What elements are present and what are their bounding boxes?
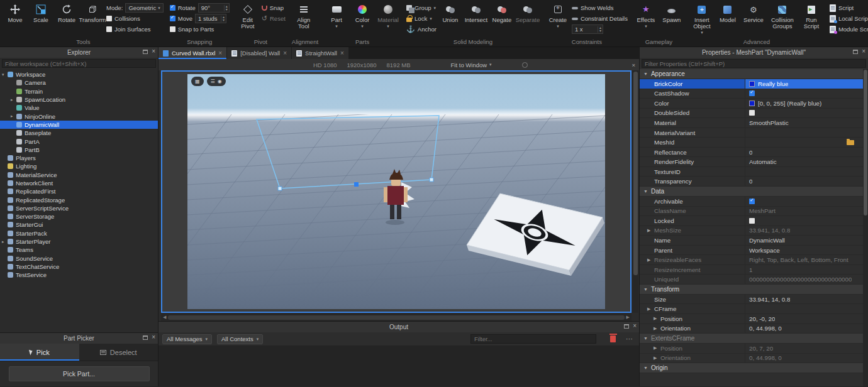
collisions-checkbox[interactable] <box>106 16 112 21</box>
property-row[interactable]: ▶ Size 33.941, 14, 0.8 <box>640 295 863 305</box>
property-value[interactable]: 20, 7, 20 <box>749 345 773 352</box>
deselect-tab[interactable]: Deselect <box>79 344 159 361</box>
property-value[interactable]: DynamicWall <box>749 237 785 244</box>
part-picker-header[interactable]: Part Picker × <box>0 333 158 344</box>
expand-arrow-icon[interactable]: ▶ <box>647 307 654 312</box>
expand-arrow-icon[interactable]: ▶ <box>647 258 654 263</box>
pick-tab[interactable]: Pick <box>0 344 79 361</box>
property-checkbox[interactable] <box>749 90 755 96</box>
pivot-reset-button[interactable]: ↺ Reset <box>262 14 286 23</box>
viewport-horizontal-scrollbar[interactable]: ◀ ▶ <box>161 313 632 321</box>
tree-item[interactable]: StarterPlayer <box>0 237 158 246</box>
section-header[interactable]: ▼ Origin <box>640 363 863 373</box>
document-tab[interactable]: Curved Wall.rbxl × <box>159 47 226 59</box>
property-value[interactable]: Right, Top, Back, Left, Bottom, Front <box>749 256 849 263</box>
close-icon[interactable]: × <box>218 50 222 57</box>
property-row[interactable]: ▶ DoubleSided <box>640 109 863 119</box>
output-log[interactable] <box>159 346 639 386</box>
property-row[interactable]: ▶ Name DynamicWall <box>640 236 863 246</box>
property-value[interactable]: 33.941, 14, 0.8 <box>749 296 790 303</box>
property-value[interactable]: MeshPart <box>749 207 776 214</box>
tree-item[interactable]: Camera <box>0 79 158 87</box>
create-constraint-button[interactable]: Create ▾ <box>546 1 570 38</box>
insert-object-button[interactable]: + Insert Object ▾ <box>690 1 714 38</box>
scale-tool-button[interactable]: Scale <box>29 1 53 38</box>
section-header[interactable]: ▼ Appearance <box>640 69 863 79</box>
tree-item[interactable]: NinjoOnline <box>0 112 158 120</box>
property-row[interactable]: ▶ MeshSize 33.941, 14, 0.8 <box>640 226 863 236</box>
collisions-toggle[interactable]: Collisions <box>106 14 164 23</box>
tree-item[interactable]: NetworkClient <box>0 179 158 187</box>
snap-move-checkbox[interactable] <box>170 16 175 21</box>
move-snap-stepper[interactable]: 1 studs ▴▾ <box>195 14 226 23</box>
constraint-scale-stepper[interactable]: 1 x ▴▾ <box>572 25 603 34</box>
property-row[interactable]: ▶ Position 20, 7, 20 <box>640 344 863 354</box>
effects-button[interactable]: ★ Effects ▾ <box>634 1 658 38</box>
message-filter-dropdown[interactable]: All Messages ▾ <box>162 334 212 344</box>
scroll-right-icon[interactable]: ▶ <box>626 315 630 320</box>
property-row[interactable]: ▶ Transparency 0 <box>640 177 863 187</box>
property-checkbox[interactable] <box>749 199 755 204</box>
expand-arrow-icon[interactable]: ▶ <box>654 326 660 331</box>
script-button[interactable]: Script <box>830 3 868 13</box>
tree-item[interactable]: Terrain <box>0 87 158 95</box>
property-value[interactable]: 0, 44.998, 0 <box>749 354 782 361</box>
property-row[interactable]: ▶ Archivable <box>640 197 863 207</box>
tree-item[interactable]: PartA <box>0 137 158 145</box>
close-icon[interactable]: × <box>632 62 635 68</box>
folder-icon[interactable] <box>847 140 854 145</box>
property-row[interactable]: ▶ TextureID <box>640 167 863 177</box>
property-row[interactable]: ▶ Orientation 0, 44.998, 0 <box>640 324 863 334</box>
section-header[interactable]: ▼ Data <box>640 187 863 197</box>
property-value[interactable]: 000000000000000000000000000000 <box>749 276 852 283</box>
edit-pivot-button[interactable]: Edit Pivot <box>236 1 260 38</box>
section-header[interactable]: ▼ Transform <box>640 285 863 295</box>
property-value[interactable]: 33.941, 14, 0.8 <box>749 227 790 234</box>
stepper-arrows-icon[interactable]: ▴▾ <box>598 26 603 33</box>
tree-item[interactable]: DynamicWall <box>0 121 158 129</box>
property-checkbox[interactable] <box>749 218 755 224</box>
explorer-filter-input[interactable] <box>2 59 156 68</box>
property-value[interactable]: SmoothPlastic <box>749 119 789 126</box>
collision-groups-button[interactable]: Collision Groups <box>767 1 798 38</box>
tree-item[interactable]: MaterialService <box>0 171 158 179</box>
scroll-left-icon[interactable]: ◀ <box>163 315 166 320</box>
property-row[interactable]: ▶ UniqueId 00000000000000000000000000000… <box>640 275 863 285</box>
service-button[interactable]: ⚙ Service <box>742 1 765 38</box>
expand-arrow-icon[interactable]: ▶ <box>654 346 660 351</box>
snap-to-parts-toggle[interactable]: Snap to Parts <box>170 25 230 34</box>
tree-item[interactable]: TextChatService <box>0 263 158 271</box>
viewport-grid-button[interactable]: ▦ <box>191 77 204 86</box>
close-icon[interactable]: × <box>633 323 637 329</box>
group-button[interactable]: Group ▾ <box>406 3 437 13</box>
tree-item[interactable]: Workspace <box>0 70 158 79</box>
document-tab[interactable]: StraightWall × <box>292 47 348 59</box>
more-options-icon[interactable]: ⋯ <box>626 335 633 343</box>
close-icon[interactable]: × <box>152 334 155 341</box>
pivot-snap-button[interactable]: Snap <box>262 3 286 13</box>
output-filter-input[interactable] <box>470 334 596 344</box>
property-value[interactable]: Workspace <box>749 247 780 254</box>
pick-part-button[interactable]: Pick Part... <box>9 366 150 381</box>
negate-button[interactable]: Negate <box>490 1 514 38</box>
close-icon[interactable]: × <box>152 48 155 55</box>
color-button[interactable]: Color ▾ <box>350 1 374 38</box>
property-value[interactable]: 1 <box>749 266 752 273</box>
fit-to-window-dropdown[interactable]: Fit to Window ▾ <box>451 62 492 68</box>
tree-item[interactable]: ReplicatedFirst <box>0 187 158 195</box>
tree-item[interactable]: SoundService <box>0 254 158 263</box>
spawn-button[interactable]: Spawn <box>660 1 684 38</box>
property-row[interactable]: ▶ CastShadow <box>640 89 863 99</box>
tree-item[interactable]: Value <box>0 104 158 112</box>
union-button[interactable]: Union <box>438 1 462 38</box>
property-row[interactable]: ▶ RenderFidelity Automatic <box>640 157 863 167</box>
property-value[interactable]: Really blue <box>758 80 788 87</box>
align-tool-button[interactable]: Align Tool <box>292 1 316 38</box>
part-button[interactable]: Part ▾ <box>325 1 348 38</box>
rotate-snap-stepper[interactable]: 90° ▴▾ <box>198 3 230 13</box>
show-welds-button[interactable]: Show Welds <box>572 3 628 13</box>
transform-tool-button[interactable]: Transform <box>81 1 104 38</box>
join-surfaces-checkbox[interactable] <box>106 26 112 32</box>
constraint-details-button[interactable]: Constraint Details <box>572 14 628 23</box>
model-button[interactable]: Model <box>716 1 740 38</box>
